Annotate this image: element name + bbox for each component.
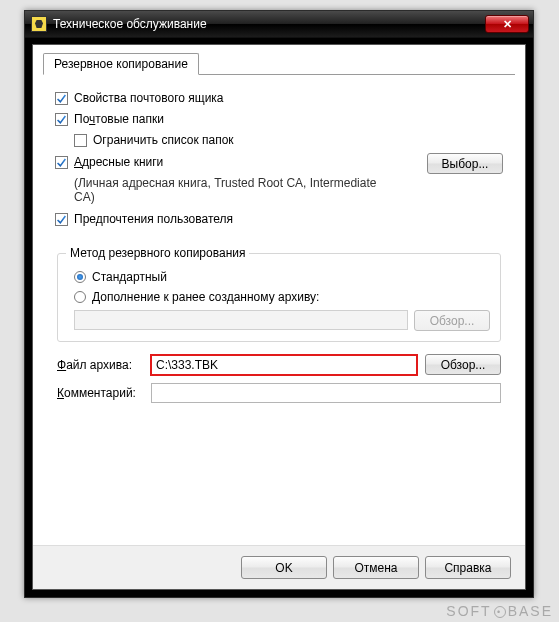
checkbox-address-books[interactable] (55, 156, 68, 169)
comment-label: Комментарий: (57, 386, 143, 400)
label-user-prefs: Предпочтения пользователя (74, 212, 233, 227)
group-title: Метод резервного копирования (66, 246, 249, 260)
checkbox-user-prefs[interactable] (55, 213, 68, 226)
watermark: SOFT•BASE (446, 603, 553, 619)
select-button[interactable]: Выбор... (427, 153, 503, 174)
window-title: Техническое обслуживание (53, 17, 485, 31)
close-button[interactable]: ✕ (485, 15, 529, 33)
label-address-books: Адресные книги (74, 155, 163, 170)
client-area: Резервное копирование Свойства почтового… (32, 44, 526, 590)
address-books-hint: (Личная адресная книга, Trusted Root CA,… (74, 176, 384, 204)
comment-field[interactable] (151, 383, 501, 403)
label-append: Дополнение к ранее созданному архиву: (92, 290, 319, 304)
label-mail-folders: Почтовые папки (74, 112, 164, 127)
label-standard: Стандартный (92, 270, 167, 284)
cancel-button[interactable]: Отмена (333, 556, 419, 579)
radio-append[interactable] (74, 291, 86, 303)
tab-body: Свойства почтового ящика Почтовые папки … (43, 79, 515, 419)
tab-strip: Резервное копирование (43, 53, 515, 79)
tab-label: Резервное копирование (54, 57, 188, 71)
archive-browse-button[interactable]: Обзор... (425, 354, 501, 375)
dialog-window: Техническое обслуживание ✕ Резервное коп… (24, 10, 534, 598)
label-mailbox-props: Свойства почтового ящика (74, 91, 224, 106)
label-limit-folders: Ограничить список папок (93, 133, 234, 147)
titlebar[interactable]: Техническое обслуживание ✕ (25, 11, 533, 38)
checkbox-limit-folders[interactable] (74, 134, 87, 147)
radio-standard[interactable] (74, 271, 86, 283)
backup-method-group: Метод резервного копирования Стандартный… (57, 253, 501, 342)
checkbox-mail-folders[interactable] (55, 113, 68, 126)
ok-button[interactable]: OK (241, 556, 327, 579)
append-archive-field (74, 310, 408, 330)
append-browse-button: Обзор... (414, 310, 490, 331)
archive-file-field[interactable] (151, 355, 417, 375)
checkbox-mailbox-props[interactable] (55, 92, 68, 105)
button-bar: OK Отмена Справка (33, 545, 525, 589)
archive-file-label: Файл архива: (57, 358, 143, 372)
close-icon: ✕ (503, 18, 512, 31)
help-button[interactable]: Справка (425, 556, 511, 579)
tab-backup[interactable]: Резервное копирование (43, 53, 199, 75)
app-icon (31, 16, 47, 32)
